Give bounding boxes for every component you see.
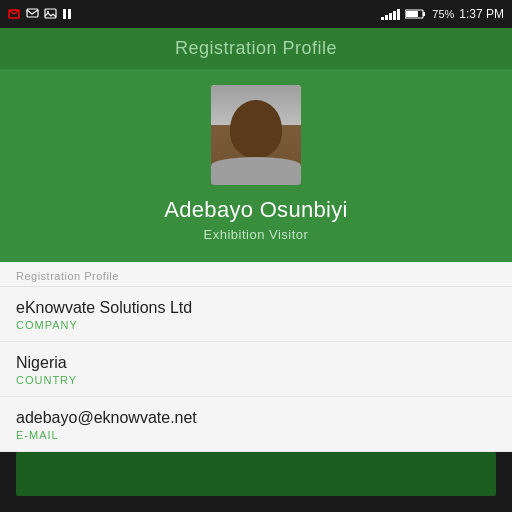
battery-percent: 75% [432, 8, 454, 20]
notification-icon [8, 8, 22, 20]
svg-rect-9 [423, 12, 425, 16]
email-value: adebayo@eknowvate.net [16, 409, 496, 427]
time: 1:37 PM [459, 7, 504, 21]
company-key: COMPANY [16, 319, 496, 331]
country-value: Nigeria [16, 354, 496, 372]
svg-rect-6 [63, 9, 66, 19]
battery-icon [405, 8, 427, 20]
company-item: eKnowvate Solutions Ltd COMPANY [0, 287, 512, 342]
signal-bars [381, 8, 400, 20]
svg-rect-7 [68, 9, 71, 19]
status-bar-right: 75% 1:37 PM [381, 7, 504, 21]
company-value: eKnowvate Solutions Ltd [16, 299, 496, 317]
email-key: E-MAIL [16, 429, 496, 441]
app-header: Registration Profile [0, 28, 512, 69]
bottom-bar[interactable] [16, 452, 496, 496]
svg-rect-10 [406, 11, 418, 17]
profile-role: Exhibition Visitor [204, 227, 309, 242]
pause-icon [62, 8, 72, 20]
avatar [211, 85, 301, 185]
section-label: Registration Profile [0, 262, 512, 287]
header-title: Registration Profile [175, 38, 337, 58]
profile-hero: Adebayo Osunbiyi Exhibition Visitor [0, 69, 512, 262]
details-section: Registration Profile eKnowvate Solutions… [0, 262, 512, 452]
country-item: Nigeria COUNTRY [0, 342, 512, 397]
email-item: adebayo@eknowvate.net E-MAIL [0, 397, 512, 452]
country-key: COUNTRY [16, 374, 496, 386]
svg-rect-4 [45, 9, 56, 18]
status-bar: 75% 1:37 PM [0, 0, 512, 28]
profile-name: Adebayo Osunbiyi [164, 197, 347, 223]
image-icon [44, 8, 58, 20]
sms-icon [26, 8, 40, 20]
status-bar-left [8, 8, 72, 20]
